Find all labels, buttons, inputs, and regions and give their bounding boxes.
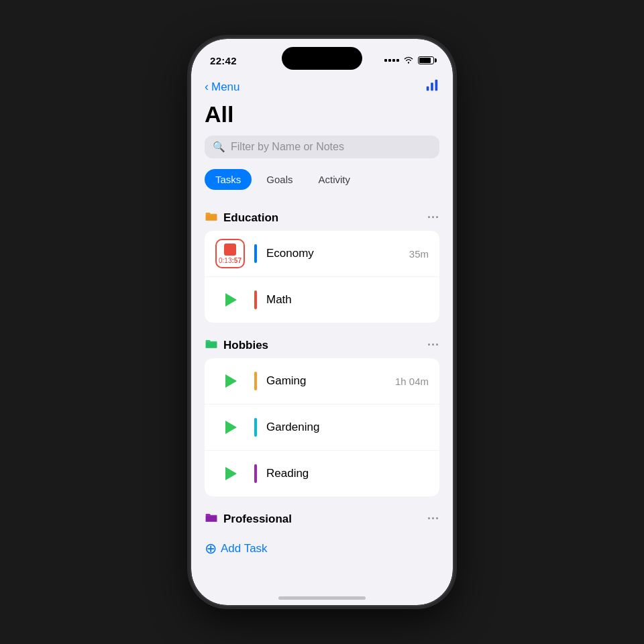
section-title-professional: Professional xyxy=(223,513,292,526)
home-indicator xyxy=(278,596,366,600)
section-professional-title-row: Professional xyxy=(205,511,292,527)
task-time-gaming: 1h 04m xyxy=(395,376,429,387)
section-education: Education ··· xyxy=(191,205,453,231)
search-placeholder: Filter by Name or Notes xyxy=(231,141,344,153)
play-icon-gaming xyxy=(225,374,237,388)
bottom-bar: ⊕ Add Task xyxy=(191,532,453,568)
task-time-economy: 35m xyxy=(409,248,429,260)
play-icon-gardening xyxy=(225,421,237,434)
color-bar-economy xyxy=(254,244,257,263)
signal-icon xyxy=(384,59,399,62)
status-time: 22:42 xyxy=(210,55,237,66)
tab-goals[interactable]: Goals xyxy=(256,169,303,190)
tab-activity[interactable]: Activity xyxy=(308,169,362,190)
task-card-gardening[interactable]: Gardening xyxy=(205,405,439,451)
svg-rect-0 xyxy=(427,87,429,91)
more-button-education[interactable]: ··· xyxy=(427,211,439,225)
chart-icon[interactable] xyxy=(425,78,439,96)
folder-icon-hobbies xyxy=(205,337,218,353)
svg-rect-2 xyxy=(435,80,438,91)
back-label: Menu xyxy=(211,80,240,94)
folder-icon-education xyxy=(205,210,218,225)
more-button-hobbies[interactable]: ··· xyxy=(427,338,439,352)
task-group-hobbies: Gaming 1h 04m Gardening xyxy=(205,358,439,496)
color-bar-math xyxy=(254,290,257,309)
more-button-professional[interactable]: ··· xyxy=(427,512,439,526)
play-button-math[interactable] xyxy=(215,285,245,315)
play-icon-math xyxy=(225,293,237,307)
tab-bar: Tasks Goals Activity xyxy=(191,169,453,201)
task-name-gaming: Gaming xyxy=(266,374,386,388)
color-bar-gaming xyxy=(254,372,257,390)
task-card-math[interactable]: Math xyxy=(205,277,439,323)
back-button[interactable]: ‹ Menu xyxy=(205,80,240,94)
add-task-label: Add Task xyxy=(221,542,268,555)
color-bar-gardening xyxy=(254,418,257,437)
stop-icon xyxy=(224,244,236,256)
phone-screen: 22:42 xyxy=(191,39,453,605)
add-task-button[interactable]: ⊕ Add Task xyxy=(205,540,268,557)
play-button-gardening[interactable] xyxy=(215,413,245,442)
task-name-reading: Reading xyxy=(266,467,419,480)
section-title-hobbies: Hobbies xyxy=(223,339,268,352)
section-hobbies-title-row: Hobbies xyxy=(205,337,268,353)
timer-display: 0:13:57 xyxy=(219,257,241,264)
task-group-education: 0:13:57 Economy 35m Math xyxy=(205,231,439,323)
battery-icon xyxy=(418,56,434,64)
play-button-reading[interactable] xyxy=(215,459,245,488)
stop-button-economy[interactable]: 0:13:57 xyxy=(215,239,245,268)
play-button-gaming[interactable] xyxy=(215,366,245,396)
section-professional: Professional ··· xyxy=(191,506,453,532)
task-card-economy[interactable]: 0:13:57 Economy 35m xyxy=(205,231,439,277)
phone-frame: 22:42 xyxy=(191,39,453,605)
search-bar[interactable]: 🔍 Filter by Name or Notes xyxy=(205,136,439,158)
add-icon: ⊕ xyxy=(205,540,217,557)
page-title: All xyxy=(191,99,453,136)
section-title-education: Education xyxy=(223,211,278,225)
play-icon-reading xyxy=(225,467,237,480)
section-education-title-row: Education xyxy=(205,210,278,225)
task-name-gardening: Gardening xyxy=(266,421,419,434)
search-icon: 🔍 xyxy=(213,141,225,153)
dynamic-island xyxy=(282,47,362,70)
tab-tasks[interactable]: Tasks xyxy=(205,169,252,190)
wifi-icon xyxy=(403,55,414,66)
task-card-reading[interactable]: Reading xyxy=(205,451,439,496)
back-arrow-icon: ‹ xyxy=(205,80,209,94)
task-name-math: Math xyxy=(266,293,419,307)
section-hobbies: Hobbies ··· xyxy=(191,332,453,358)
nav-bar: ‹ Menu xyxy=(191,72,453,99)
content-area: ‹ Menu All 🔍 Filter by Name or Notes xyxy=(191,72,453,605)
color-bar-reading xyxy=(254,464,257,483)
task-name-economy: Economy xyxy=(266,247,400,260)
svg-rect-1 xyxy=(431,83,433,91)
folder-icon-professional xyxy=(205,511,218,527)
task-card-gaming[interactable]: Gaming 1h 04m xyxy=(205,358,439,405)
status-icons xyxy=(384,55,434,66)
